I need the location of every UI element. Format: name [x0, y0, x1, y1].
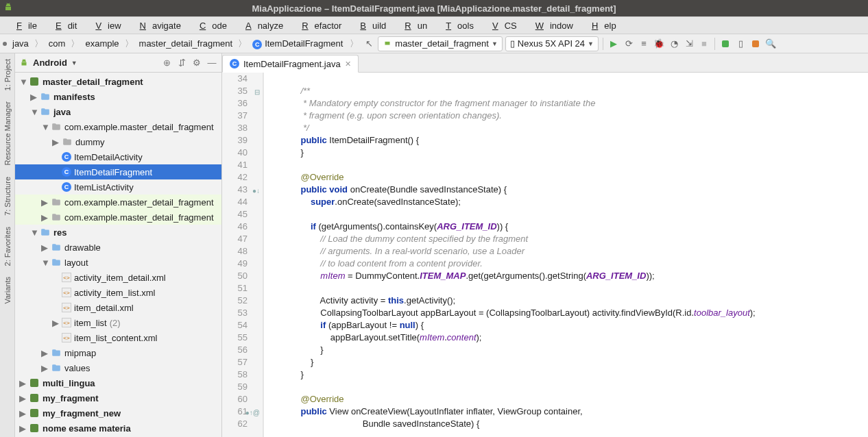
tree-expand-icon[interactable]: ▶ [52, 137, 59, 147]
select-open-file-icon[interactable]: ⊕ [161, 58, 172, 68]
back-nav-icon[interactable]: ↖ [363, 38, 375, 50]
tree-row[interactable]: ▶manifests [15, 89, 221, 104]
search-everywhere-icon[interactable]: 🔍 [764, 38, 777, 50]
menu-item-vcs[interactable]: VCS [480, 18, 523, 33]
code-line[interactable]: CollapsingToolbarLayout appBarLayout = (… [291, 307, 868, 319]
line-number[interactable]: 59 [222, 381, 263, 393]
menu-item-navigate[interactable]: Navigate [128, 18, 187, 33]
line-number[interactable]: 61●↑@ [222, 405, 263, 418]
code-line[interactable]: public void onCreate(Bundle savedInstanc… [291, 184, 868, 196]
code-line[interactable]: if (getArguments().containsKey(ARG_ITEM_… [291, 221, 868, 233]
line-number[interactable]: 51 [222, 282, 263, 295]
line-number[interactable]: 62 [222, 418, 263, 430]
line-number[interactable]: 54 [222, 319, 263, 332]
sync-gradle-icon[interactable] [719, 38, 732, 50]
tree-row[interactable]: ▶<>item_list (2) [15, 315, 221, 330]
code-line[interactable]: } [291, 147, 868, 159]
tree-row[interactable]: ▶com.example.master_detail_fragment [15, 195, 221, 210]
apply-code-changes-icon[interactable]: ≡ [638, 38, 650, 50]
tree-expand-icon[interactable]: ▼ [30, 227, 37, 238]
code-line[interactable]: Activity activity = this.getActivity(); [291, 295, 868, 307]
tree-row[interactable]: ▶drawable [15, 240, 221, 255]
code-line[interactable] [291, 282, 868, 295]
menu-item-tools[interactable]: Tools [433, 18, 480, 33]
menu-item-refactor[interactable]: Refactor [289, 18, 348, 33]
hide-panel-icon[interactable]: — [206, 58, 217, 68]
tool-window-tab-1-project[interactable]: 1: Project [0, 53, 14, 96]
tree-expand-icon[interactable]: ▼ [30, 107, 37, 117]
code-line[interactable]: super.onCreate(savedInstanceState); [291, 196, 868, 208]
line-number[interactable]: 50 [222, 270, 263, 282]
line-number[interactable]: 41 [222, 159, 263, 171]
code-line[interactable]: } [291, 369, 868, 381]
tree-row[interactable]: CItemDetailFragment [15, 164, 221, 179]
sdk-manager-icon[interactable] [749, 38, 762, 50]
tree-row[interactable]: ▶values [15, 360, 221, 375]
breadcrumb-item[interactable]: master_detail_fragment [136, 37, 236, 50]
code-line[interactable]: mItem = DummyContent.ITEM_MAP.get(getArg… [291, 270, 868, 282]
code-line[interactable]: /** [291, 85, 868, 97]
menu-item-help[interactable]: Help [579, 18, 623, 33]
code-line[interactable] [291, 381, 868, 393]
tree-row[interactable]: ▶mipmap [15, 345, 221, 360]
line-number-gutter[interactable]: 3435⊟3637383940414243●↓44454647484950515… [222, 73, 263, 437]
menu-item-file[interactable]: File [4, 18, 43, 33]
profiler-icon[interactable]: ◔ [668, 38, 680, 50]
tree-row[interactable]: <>item_list_content.xml [15, 330, 221, 345]
code-line[interactable]: @Override [291, 393, 868, 405]
line-number[interactable]: 34 [222, 73, 263, 85]
tree-expand-icon[interactable]: ▼ [41, 122, 48, 132]
device-selector[interactable]: ▯ Nexus 5X API 24 ▼ [505, 36, 599, 51]
tree-expand-icon[interactable]: ▶ [41, 212, 48, 223]
tool-window-tab-variants[interactable]: Variants [0, 271, 14, 310]
line-number[interactable]: 52 [222, 295, 263, 307]
code-line[interactable]: public View onCreateView(LayoutInflater … [291, 405, 868, 418]
line-number[interactable]: 48 [222, 245, 263, 258]
tree-row[interactable]: ▶nome esame materia [15, 421, 221, 436]
menu-item-window[interactable]: Window [523, 18, 579, 33]
code-line[interactable]: } [291, 344, 868, 356]
line-number[interactable]: 40 [222, 147, 263, 159]
line-number[interactable]: 43●↓ [222, 184, 263, 196]
line-number[interactable]: 56 [222, 344, 263, 356]
tree-row[interactable]: ▼res [15, 225, 221, 240]
tree-expand-icon[interactable]: ▶ [19, 423, 26, 434]
menu-item-run[interactable]: Run [392, 18, 433, 33]
tree-row[interactable]: ▶my_fragment_new [15, 405, 221, 421]
code-line[interactable]: @Override [291, 171, 868, 184]
project-tree[interactable]: ▼master_detail_fragment▶manifests▼java▼c… [15, 73, 221, 437]
tree-row[interactable]: ▶com.example.master_detail_fragment [15, 210, 221, 225]
tree-row[interactable]: ▼java [15, 104, 221, 119]
tool-window-tab-7-structure[interactable]: 7: Structure [0, 171, 14, 221]
code-line[interactable]: // arguments. In a real-world scenario, … [291, 245, 868, 258]
code-line[interactable]: */ [291, 122, 868, 134]
tree-row[interactable]: CItemListActivity [15, 179, 221, 195]
code-line[interactable]: // Load the dummy content specified by t… [291, 233, 868, 245]
tree-row[interactable]: <>activity_item_detail.xml [15, 270, 221, 285]
tool-window-tab-resource-manager[interactable]: Resource Manager [0, 96, 14, 171]
attach-debugger-icon[interactable]: ⇲ [683, 38, 695, 50]
avd-manager-icon[interactable]: ▯ [734, 38, 747, 50]
line-number[interactable]: 42 [222, 171, 263, 184]
settings-icon[interactable]: ⚙ [191, 58, 202, 68]
tree-expand-icon[interactable]: ▼ [19, 77, 26, 87]
code-line[interactable] [291, 159, 868, 171]
code-line[interactable]: public ItemDetailFragment() { [291, 134, 868, 147]
code-line[interactable]: // to load content from a content provid… [291, 258, 868, 270]
breadcrumb-item[interactable]: CItemDetailFragment [250, 37, 346, 51]
line-number[interactable]: 44 [222, 196, 263, 208]
tree-row[interactable]: ▼master_detail_fragment [15, 74, 221, 89]
run-configuration-selector[interactable]: master_detail_fragment ▼ [378, 36, 503, 51]
menu-item-analyze[interactable]: Analyze [233, 18, 289, 33]
line-number[interactable]: 45 [222, 208, 263, 221]
line-number[interactable]: 58 [222, 369, 263, 381]
line-number[interactable]: 35⊟ [222, 85, 263, 97]
tree-expand-icon[interactable]: ▶ [41, 348, 48, 358]
line-number[interactable]: 49 [222, 258, 263, 270]
code-editor[interactable]: /** * Mandatory empty constructor for th… [263, 73, 868, 437]
apply-changes-icon[interactable]: ⟳ [623, 38, 635, 50]
collapse-all-icon[interactable]: ⇵ [176, 58, 187, 68]
line-number[interactable]: 39 [222, 134, 263, 147]
code-line[interactable]: } [291, 356, 868, 369]
code-line[interactable] [291, 208, 868, 221]
